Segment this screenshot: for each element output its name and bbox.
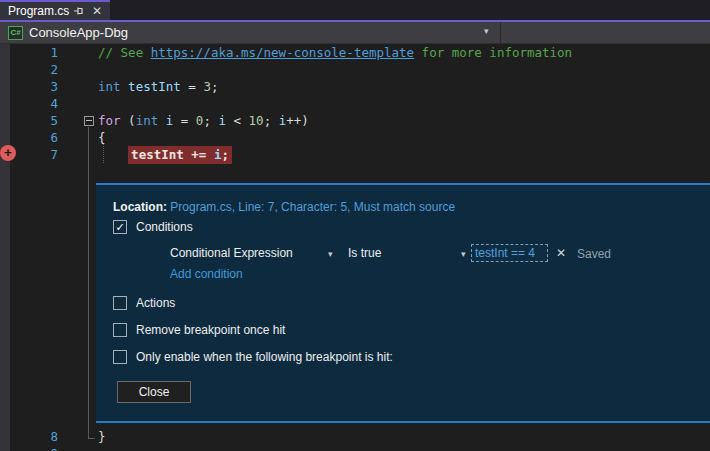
tab-strip: Program.cs ✕ — [0, 0, 710, 20]
code-editor[interactable]: 1// See https://aka.ms/new-console-templ… — [0, 44, 710, 451]
remove-once-hit-row: Remove breakpoint once hit — [113, 323, 285, 337]
location-label: Location: — [113, 200, 167, 214]
saved-status: Saved — [577, 247, 611, 261]
conditions-row: ✓ Conditions — [113, 220, 193, 234]
breakpoint-location: Location: Program.cs, Line: 7, Character… — [113, 200, 455, 214]
code-text: for (int i = 0; i < 10; i++) — [98, 112, 309, 129]
fold-guide-corner — [88, 438, 95, 439]
only-enable-label: Only enable when the following breakpoin… — [136, 350, 393, 364]
line-number: 4 — [0, 95, 58, 112]
code-text: testInt += i; — [98, 146, 232, 163]
chevron-down-icon[interactable]: ▾ — [328, 249, 333, 259]
breakpoint-line-highlight: testInt += i; — [128, 146, 232, 164]
chevron-down-icon[interactable]: ▾ — [484, 26, 489, 36]
conditions-label: Conditions — [136, 220, 193, 234]
clear-condition-icon[interactable]: ✕ — [556, 246, 566, 260]
navigation-bar: C# ConsoleApp-Dbg ▾ — [0, 22, 710, 44]
navbar-separator — [500, 22, 501, 44]
line-number: 2 — [0, 61, 58, 78]
condition-operator-dropdown[interactable]: Is true — [348, 246, 381, 260]
line-number: 8 — [0, 428, 58, 445]
line-number: 3 — [0, 78, 58, 95]
code-line-3[interactable]: 3int testInt = 3; — [0, 78, 710, 95]
code-text: { — [98, 129, 106, 146]
code-line-9[interactable]: 9 — [0, 445, 710, 451]
code-line-4[interactable]: 4 — [0, 95, 710, 112]
tab-program-cs[interactable]: Program.cs ✕ — [0, 0, 110, 20]
code-line-5[interactable]: 5for (int i = 0; i < 10; i++) — [0, 112, 710, 129]
actions-label: Actions — [136, 296, 175, 310]
csharp-project-icon: C# — [8, 26, 23, 40]
actions-checkbox[interactable] — [113, 296, 127, 310]
code-text: // See https://aka.ms/new-console-templa… — [98, 44, 572, 61]
remove-once-hit-checkbox[interactable] — [113, 323, 127, 337]
vs-window: Program.cs ✕ C# ConsoleApp-Dbg ▾ 1// See… — [0, 0, 710, 451]
conditional-breakpoint-icon[interactable]: + — [0, 145, 16, 161]
code-line-8[interactable]: 8} — [0, 428, 710, 445]
condition-expression-input[interactable]: testInt == 4 — [471, 244, 548, 262]
fold-guide-line — [88, 127, 89, 439]
pushpin-icon[interactable] — [72, 4, 86, 18]
only-enable-checkbox[interactable] — [113, 350, 127, 364]
close-button[interactable]: Close — [117, 381, 191, 403]
condition-row: Conditional Expression ▾ Is true ▾ testI… — [96, 246, 710, 264]
close-icon[interactable]: ✕ — [90, 4, 104, 18]
code-line-2[interactable]: 2 — [0, 61, 710, 78]
indent-guide — [103, 144, 104, 163]
chevron-down-icon[interactable]: ▾ — [461, 249, 466, 259]
code-text: } — [98, 428, 106, 445]
actions-row: Actions — [113, 296, 175, 310]
location-value: Program.cs, Line: 7, Character: 5, Must … — [167, 200, 455, 214]
add-condition-link[interactable]: Add condition — [170, 267, 243, 281]
line-number: 1 — [0, 44, 58, 61]
remove-once-hit-label: Remove breakpoint once hit — [136, 323, 285, 337]
code-line-7[interactable]: 7 testInt += i; — [0, 146, 710, 163]
line-number: 5 — [0, 112, 58, 129]
breakpoint-settings-panel: Location: Program.cs, Line: 7, Character… — [96, 183, 710, 423]
line-number: 9 — [0, 445, 58, 451]
line-number: 6 — [0, 129, 58, 146]
project-dropdown[interactable]: ConsoleApp-Dbg — [29, 25, 128, 40]
fold-collapse-icon[interactable] — [84, 116, 94, 126]
tab-title: Program.cs — [8, 4, 72, 18]
code-text: int testInt = 3; — [98, 78, 218, 95]
conditions-checkbox[interactable]: ✓ — [113, 220, 127, 234]
code-line-1[interactable]: 1// See https://aka.ms/new-console-templ… — [0, 44, 710, 61]
code-line-6[interactable]: 6{ — [0, 129, 710, 146]
only-enable-row: Only enable when the following breakpoin… — [113, 350, 393, 364]
condition-type-dropdown[interactable]: Conditional Expression — [170, 246, 293, 260]
